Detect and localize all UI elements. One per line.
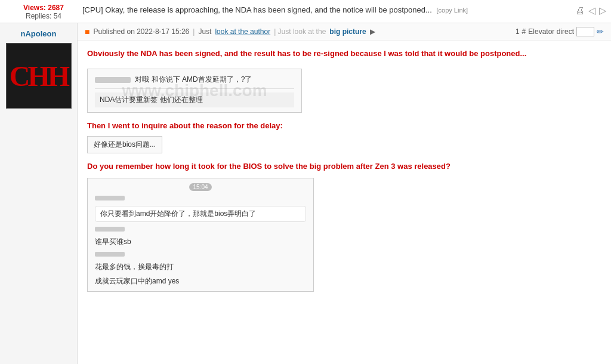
chat-small: 好像还是bios问题... bbox=[87, 136, 162, 153]
chat-big-msg-4: 成就云玩家口中的amd yes bbox=[95, 276, 306, 286]
person-1-blur bbox=[95, 196, 125, 200]
elevator-edit-icon[interactable]: ✏ bbox=[597, 27, 604, 36]
main-layout: nApoleon CHH ■ Published on 2022-8-17 15… bbox=[0, 23, 611, 364]
post-header-bar: ■ Published on 2022-8-17 15:26 | Just lo… bbox=[78, 23, 611, 41]
separator-2: | Just look at the bbox=[274, 27, 326, 36]
published-icon: ■ bbox=[85, 27, 90, 36]
nda-message: NDA估计要重新签 他们还在整理 bbox=[95, 92, 294, 107]
chat-big-msg-2: 谁早买谁sb bbox=[95, 237, 306, 247]
chat-divider bbox=[95, 88, 294, 89]
top-bar: Views: 2687 Replies: 54 [CPU] Okay, the … bbox=[0, 0, 611, 23]
person-3-blur bbox=[95, 252, 125, 257]
hash-symbol: # bbox=[522, 27, 526, 36]
avatar-text: CHH bbox=[10, 60, 67, 92]
separator-1: | bbox=[193, 27, 195, 36]
avatar: CHH bbox=[6, 43, 72, 109]
elevator-label: Elevator direct bbox=[528, 27, 574, 36]
chat-screenshot-1: www.chiphell.com 对哦 和你说下 AMD首发延期了，?了 NDA… bbox=[87, 69, 302, 113]
post-main-text: Obviously the NDA has been signed, and t… bbox=[87, 48, 601, 60]
chat-screenshot-2: 15:04 你只要看到amd开始降价了，那就是bios弄明白了 谁早买谁sb 花… bbox=[87, 178, 314, 292]
share-icon-1[interactable]: ◁ bbox=[588, 5, 595, 16]
publish-date: Published on 2022-8-17 15:26 bbox=[93, 27, 189, 36]
stats-panel: Views: 2687 Replies: 54 bbox=[5, 2, 82, 20]
just-label: Just bbox=[198, 27, 211, 36]
look-author-link[interactable]: look at the author bbox=[215, 27, 270, 36]
number-label: 1 bbox=[516, 27, 520, 36]
post-subtext: Then I went to inquire about the reason … bbox=[87, 121, 601, 130]
chat-time-badge: 15:04 bbox=[189, 183, 211, 191]
post-question: Do you remember how long it took for the… bbox=[87, 162, 601, 171]
arrow-icon: ▶ bbox=[370, 27, 375, 36]
chat-big-msg-3: 花最多的钱，挨最毒的打 bbox=[95, 262, 306, 272]
content-area: ■ Published on 2022-8-17 15:26 | Just lo… bbox=[78, 23, 611, 364]
toolbar-icons: 🖨 ◁ ▷ bbox=[575, 2, 606, 16]
share-icon-2[interactable]: ▷ bbox=[599, 5, 606, 16]
big-picture-link[interactable]: big picture bbox=[329, 27, 366, 36]
print-icon[interactable]: 🖨 bbox=[575, 5, 585, 16]
sidebar: nApoleon CHH bbox=[0, 23, 78, 364]
sender-blur-1 bbox=[95, 77, 131, 83]
replies-count: Replies: 54 bbox=[26, 12, 61, 20]
person-2-blur bbox=[95, 227, 125, 232]
thread-title: [CPU] Okay, the release is approaching, … bbox=[82, 2, 575, 16]
elevator-direct: 1 # Elevator direct ✏ bbox=[516, 27, 604, 36]
chat-msg-1-text: 对哦 和你说下 AMD首发延期了，?了 bbox=[135, 75, 252, 84]
elevator-input[interactable] bbox=[576, 27, 594, 36]
chat-big-msg-1: 你只要看到amd开始降价了，那就是bios弄明白了 bbox=[95, 206, 306, 222]
username[interactable]: nApoleon bbox=[21, 29, 57, 38]
chat-small-msg: 好像还是bios问题... bbox=[94, 140, 156, 149]
copy-link[interactable]: [copy Link] bbox=[436, 7, 468, 14]
views-count: Views: 2687 bbox=[23, 4, 64, 12]
post-body: Obviously the NDA has been signed, and t… bbox=[78, 41, 611, 299]
chat-msg-1: 对哦 和你说下 AMD首发延期了，?了 bbox=[95, 74, 294, 85]
